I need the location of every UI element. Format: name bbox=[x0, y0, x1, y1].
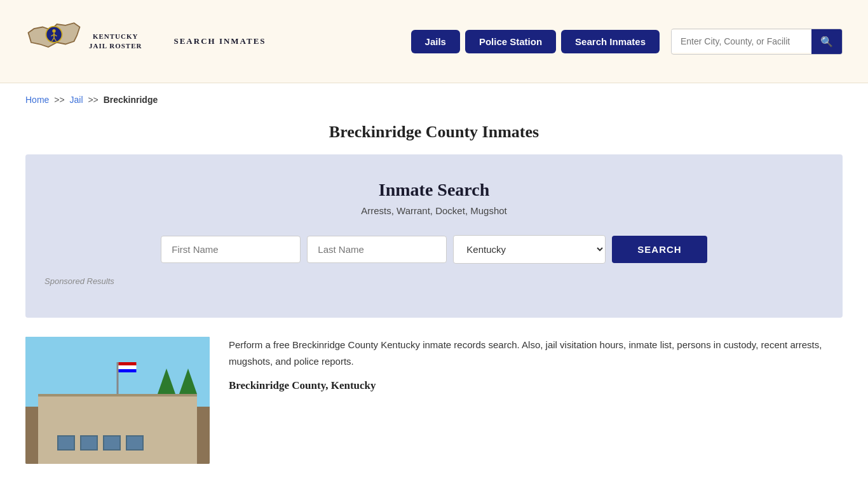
header-search-button[interactable]: 🔍 bbox=[811, 29, 842, 54]
tree-icon bbox=[179, 369, 197, 394]
header-search-input[interactable] bbox=[672, 30, 811, 53]
kentucky-map-icon bbox=[25, 13, 83, 58]
building-windows bbox=[57, 435, 178, 451]
svg-point-3 bbox=[52, 29, 55, 32]
window-3 bbox=[103, 435, 121, 451]
flag-icon bbox=[119, 362, 137, 372]
breadcrumb-jail-link[interactable]: Jail bbox=[70, 95, 83, 105]
logo-line1: KENTUCKY bbox=[93, 32, 139, 41]
inmate-search-panel: Inmate Search Arrests, Warrant, Docket, … bbox=[25, 154, 843, 318]
breadcrumb: Home >> Jail >> Breckinridge bbox=[0, 83, 868, 116]
breadcrumb-current: Breckinridge bbox=[104, 95, 158, 105]
logo-line2: JAIL ROSTER bbox=[89, 41, 142, 51]
building-body bbox=[38, 394, 197, 464]
search-panel-title: Inmate Search bbox=[44, 180, 824, 200]
facility-image bbox=[25, 337, 210, 464]
window-4 bbox=[126, 435, 144, 451]
header-nav: Jails Police Station Search Inmates 🔍 bbox=[411, 29, 843, 55]
sponsored-label: Sponsored Results bbox=[44, 276, 824, 286]
search-panel-subtitle: Arrests, Warrant, Docket, Mugshot bbox=[44, 205, 824, 216]
state-select[interactable]: Kentucky Alabama Alaska Arizona bbox=[453, 235, 606, 264]
content-text-area: Perform a free Breckinridge County Kentu… bbox=[229, 337, 843, 464]
header-search-bar: 🔍 bbox=[671, 29, 843, 55]
logo-text: KENTUCKY JAIL ROSTER bbox=[89, 32, 142, 51]
flag-pole bbox=[117, 362, 119, 394]
search-fields-row: Kentucky Alabama Alaska Arizona SEARCH bbox=[44, 235, 824, 264]
breadcrumb-sep1: >> bbox=[54, 95, 64, 105]
last-name-input[interactable] bbox=[307, 236, 447, 263]
window-2 bbox=[80, 435, 98, 451]
breadcrumb-sep2: >> bbox=[88, 95, 98, 105]
content-section: Perform a free Breckinridge County Kentu… bbox=[25, 337, 843, 488]
building-background bbox=[25, 337, 210, 464]
search-inmates-button[interactable]: Search Inmates bbox=[561, 30, 660, 53]
content-subheading: Breckinridge County, Kentucky bbox=[229, 379, 843, 392]
trees-decoration bbox=[158, 369, 197, 394]
tree-icon bbox=[158, 369, 175, 394]
police-station-button[interactable]: Police Station bbox=[465, 30, 556, 53]
page-title: Breckinridge County Inmates bbox=[0, 123, 868, 142]
site-title-link[interactable]: SEARCH INMATES bbox=[173, 36, 266, 46]
jails-button[interactable]: Jails bbox=[411, 30, 460, 53]
logo-link[interactable]: KENTUCKY JAIL ROSTER bbox=[25, 13, 142, 70]
inmate-search-button[interactable]: SEARCH bbox=[612, 236, 707, 263]
window-1 bbox=[57, 435, 75, 451]
search-icon: 🔍 bbox=[820, 36, 833, 48]
header: KENTUCKY JAIL ROSTER SEARCH INMATES Jail… bbox=[0, 0, 868, 83]
first-name-input[interactable] bbox=[161, 236, 301, 263]
logo-image bbox=[25, 13, 83, 70]
content-description: Perform a free Breckinridge County Kentu… bbox=[229, 337, 843, 369]
breadcrumb-home-link[interactable]: Home bbox=[25, 95, 49, 105]
